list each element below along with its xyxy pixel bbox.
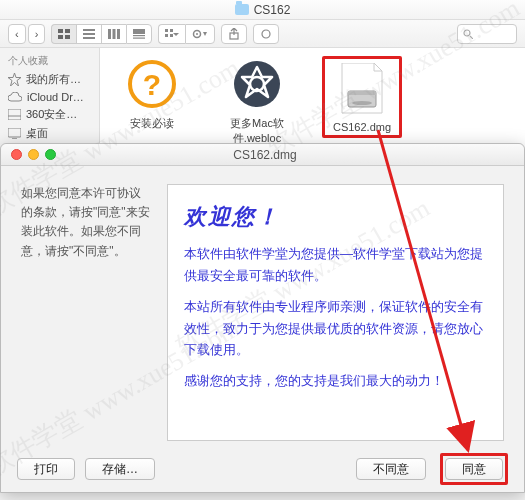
- svg-point-33: [352, 101, 372, 105]
- sidebar-item-allfiles[interactable]: 我的所有…: [0, 70, 99, 89]
- column-view-button[interactable]: [101, 24, 126, 44]
- sidebar-header: 个人收藏: [0, 52, 99, 70]
- zoom-button[interactable]: [45, 149, 56, 160]
- save-button[interactable]: 存储…: [85, 458, 155, 480]
- license-heading: 欢迎您！: [184, 199, 487, 235]
- finder-title: CS162: [254, 3, 291, 17]
- dmg-icon: [334, 61, 390, 117]
- file-label: 安装必读: [130, 116, 174, 131]
- finder-body: 个人收藏 我的所有… iCloud Dr… 360安全… 桌面 ?: [0, 48, 525, 155]
- license-p2: 本站所有软件由专业程序师亲测，保证软件的安全有效性，致力于为您提供最优质的软件资…: [184, 296, 487, 360]
- star-icon: [8, 73, 21, 86]
- view-switcher: [51, 24, 152, 44]
- file-dmg[interactable]: CS162.dmg: [322, 56, 402, 138]
- agree-highlight: 同意: [440, 453, 508, 485]
- file-readme[interactable]: ? 安装必读: [112, 56, 192, 131]
- finder-toolbar: ‹ ›: [0, 20, 525, 48]
- tag-icon: [260, 29, 272, 39]
- file-label: CS162.dmg: [333, 121, 391, 133]
- close-button[interactable]: [11, 149, 22, 160]
- file-label: 更多Mac软件.webloc: [217, 116, 297, 146]
- svg-rect-16: [170, 34, 173, 37]
- tags-button[interactable]: [253, 24, 279, 44]
- action-button[interactable]: [185, 24, 215, 44]
- sidebar-item-label: 我的所有…: [26, 72, 81, 87]
- dialog-title: CS162.dmg: [56, 148, 474, 162]
- share-icon: [228, 28, 240, 40]
- svg-rect-6: [83, 37, 95, 39]
- svg-text:?: ?: [143, 68, 161, 101]
- nav-buttons: ‹ ›: [8, 24, 45, 44]
- license-p1: 本软件由软件学堂为您提供—软件学堂下载站为您提供最安全最可靠的软件。: [184, 243, 487, 286]
- search-icon: [463, 29, 473, 39]
- cloud-icon: [8, 92, 22, 102]
- disagree-button[interactable]: 不同意: [356, 458, 426, 480]
- svg-rect-8: [113, 29, 116, 39]
- dialog-body: 如果您同意本许可协议的条款，请按"同意"来安装此软件。如果您不同意，请按"不同意…: [1, 166, 524, 451]
- agree-button[interactable]: 同意: [445, 458, 503, 480]
- sidebar-item-label: 360安全…: [26, 107, 77, 122]
- arrange-group: [158, 24, 215, 44]
- svg-rect-23: [8, 109, 21, 120]
- button-row: 打印 存储… 不同意 同意: [1, 454, 524, 484]
- svg-rect-11: [133, 35, 145, 36]
- appstore-icon: [229, 56, 285, 112]
- list-view-button[interactable]: [76, 24, 101, 44]
- file-weblink[interactable]: 更多Mac软件.webloc: [217, 56, 297, 146]
- sort-icon: [165, 29, 179, 39]
- help-icon: ?: [124, 56, 180, 112]
- list-icon: [83, 29, 95, 39]
- svg-rect-13: [165, 29, 168, 32]
- share-button[interactable]: [221, 24, 247, 44]
- search-input[interactable]: [457, 24, 517, 44]
- svg-rect-9: [117, 29, 120, 39]
- svg-rect-25: [8, 128, 21, 137]
- sidebar-item-desktop[interactable]: 桌面: [0, 124, 99, 143]
- file-area: ? 安装必读 更多Mac软件.webloc CS162.dmg: [100, 48, 525, 155]
- dialog-titlebar: CS162.dmg: [1, 144, 524, 166]
- coverflow-icon: [133, 29, 145, 39]
- svg-rect-7: [108, 29, 111, 39]
- coverflow-view-button[interactable]: [126, 24, 152, 44]
- icon-view-button[interactable]: [51, 24, 76, 44]
- arrange-button[interactable]: [158, 24, 185, 44]
- svg-point-21: [464, 30, 470, 36]
- svg-rect-1: [65, 29, 70, 33]
- svg-rect-4: [83, 29, 95, 31]
- svg-rect-10: [133, 29, 145, 34]
- minimize-button[interactable]: [28, 149, 39, 160]
- svg-rect-32: [348, 91, 376, 95]
- grid-icon: [58, 29, 70, 39]
- forward-button[interactable]: ›: [28, 24, 46, 44]
- window-controls: [1, 149, 56, 160]
- finder-titlebar: CS162: [0, 0, 525, 20]
- svg-rect-5: [83, 33, 95, 35]
- svg-rect-0: [58, 29, 63, 33]
- license-dialog: CS162.dmg 如果您同意本许可协议的条款，请按"同意"来安装此软件。如果您…: [0, 143, 525, 493]
- svg-rect-15: [165, 34, 168, 37]
- svg-rect-12: [133, 37, 145, 38]
- back-button[interactable]: ‹: [8, 24, 26, 44]
- disk-icon: [8, 109, 21, 120]
- license-text: 欢迎您！ 本软件由软件学堂为您提供—软件学堂下载站为您提供最安全最可靠的软件。 …: [167, 184, 504, 441]
- svg-line-22: [470, 36, 473, 39]
- sidebar-item-360[interactable]: 360安全…: [0, 105, 99, 124]
- instructions-text: 如果您同意本许可协议的条款，请按"同意"来安装此软件。如果您不同意，请按"不同意…: [21, 184, 151, 441]
- svg-point-20: [262, 30, 270, 38]
- svg-point-18: [196, 33, 198, 35]
- sidebar: 个人收藏 我的所有… iCloud Dr… 360安全… 桌面: [0, 48, 100, 155]
- finder-window: CS162 ‹ ›: [0, 0, 525, 155]
- gear-icon: [192, 29, 208, 39]
- sidebar-item-label: 桌面: [26, 126, 48, 141]
- sidebar-item-label: iCloud Dr…: [27, 91, 84, 103]
- print-button[interactable]: 打印: [17, 458, 75, 480]
- svg-rect-3: [65, 35, 70, 39]
- desktop-icon: [8, 128, 21, 139]
- columns-icon: [108, 29, 120, 39]
- license-p3: 感谢您的支持，您的支持是我们最大的动力！: [184, 370, 487, 391]
- svg-rect-14: [170, 29, 173, 32]
- folder-icon: [235, 4, 249, 15]
- sidebar-item-icloud[interactable]: iCloud Dr…: [0, 89, 99, 105]
- svg-rect-2: [58, 35, 63, 39]
